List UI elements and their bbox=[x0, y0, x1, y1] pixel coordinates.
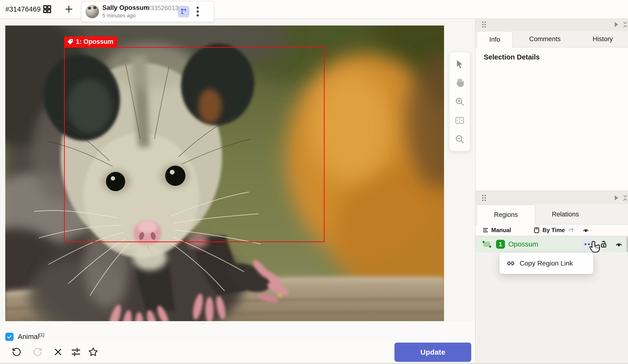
undo-button[interactable] bbox=[11, 346, 22, 358]
copy-region-link-item[interactable]: Copy Region Link bbox=[520, 260, 573, 267]
region-row[interactable]: 1 Opossum bbox=[475, 236, 628, 252]
top-bar: #31476469 Sally Opossum #33526013 5 minu… bbox=[0, 0, 628, 19]
zoom-out-icon bbox=[455, 134, 465, 144]
region-number-badge: 1 bbox=[496, 240, 505, 249]
region-context-menu: Copy Region Link bbox=[499, 253, 593, 274]
drag-handle-icon[interactable] bbox=[481, 194, 487, 202]
eye-icon bbox=[615, 241, 623, 248]
card-icon bbox=[533, 227, 540, 234]
bottom-toolbar: Update bbox=[0, 341, 475, 364]
region-type-icon bbox=[482, 240, 492, 248]
tab-regions[interactable]: Regions bbox=[476, 204, 535, 225]
right-panel: Info Comments History Selection Details bbox=[475, 18, 628, 364]
pan-tool-button[interactable] bbox=[453, 76, 466, 89]
image-canvas[interactable]: 1: Opossum bbox=[0, 18, 475, 364]
cursor-icon bbox=[455, 59, 465, 69]
toggle-all-visibility-button[interactable] bbox=[582, 227, 589, 233]
panel-expand-icon[interactable] bbox=[614, 195, 619, 201]
annotator-name: Sally Opossum bbox=[102, 4, 149, 11]
pointer-cursor bbox=[588, 240, 603, 256]
panel-collapse-icon[interactable] bbox=[623, 195, 628, 201]
annotation-menu-button[interactable] bbox=[193, 5, 203, 18]
group-by-label: Manual bbox=[491, 227, 511, 233]
star-button[interactable] bbox=[87, 346, 99, 358]
tab-info[interactable]: Info bbox=[476, 31, 513, 47]
hand-icon bbox=[455, 78, 465, 88]
redo-button[interactable] bbox=[32, 346, 43, 358]
list-icon bbox=[482, 227, 489, 233]
tab-history[interactable]: History bbox=[577, 31, 628, 47]
info-panel-header[interactable] bbox=[475, 18, 628, 31]
info-panel-tabs: Info Comments History bbox=[475, 31, 628, 47]
tab-comments[interactable]: Comments bbox=[513, 31, 577, 47]
zoom-out-button[interactable] bbox=[453, 133, 466, 146]
reset-button[interactable] bbox=[52, 346, 64, 358]
undo-icon bbox=[12, 347, 21, 357]
region-visibility-button[interactable] bbox=[615, 241, 623, 248]
class-hotkey: [1] bbox=[39, 332, 44, 337]
kebab-icon bbox=[196, 6, 199, 17]
panel-collapse-icon[interactable] bbox=[623, 21, 628, 28]
group-by-button[interactable]: Manual bbox=[482, 227, 511, 233]
annotation-time: 5 minutes ago bbox=[102, 12, 136, 19]
plus-icon bbox=[64, 4, 74, 14]
regions-toolbar: Manual By Time bbox=[475, 225, 628, 236]
class-checkbox[interactable] bbox=[5, 333, 13, 341]
region-links-icon bbox=[180, 8, 187, 15]
panel-expand-icon[interactable] bbox=[614, 22, 619, 27]
tag-icon bbox=[67, 38, 74, 45]
dot bbox=[585, 243, 586, 245]
grid-icon bbox=[42, 4, 52, 14]
redo-icon bbox=[33, 347, 42, 357]
annotation-id: #33526013 bbox=[147, 4, 178, 12]
star-icon bbox=[88, 347, 98, 357]
selection-details-heading: Selection Details bbox=[484, 53, 540, 61]
tool-palette bbox=[449, 52, 470, 151]
zoom-in-button[interactable] bbox=[453, 95, 466, 108]
select-tool-button[interactable] bbox=[453, 58, 466, 70]
avatar bbox=[85, 5, 99, 18]
close-icon bbox=[54, 347, 63, 357]
check-icon bbox=[6, 334, 12, 340]
sliders-icon bbox=[71, 347, 81, 357]
window-bottom-edge bbox=[0, 363, 628, 364]
regions-panel-tabs: Regions Relations bbox=[475, 204, 628, 225]
zoom-in-icon bbox=[455, 97, 465, 106]
settings-button[interactable] bbox=[70, 346, 82, 358]
drag-handle-icon[interactable] bbox=[481, 21, 487, 28]
region-label[interactable]: Opossum bbox=[508, 240, 538, 248]
class-label[interactable]: Animal[1] bbox=[18, 332, 44, 341]
fit-screen-icon bbox=[455, 116, 465, 125]
eye-icon bbox=[582, 227, 589, 233]
bounding-box-label-text: 1: Opossum bbox=[76, 38, 113, 46]
link-icon bbox=[506, 259, 515, 268]
sort-by-label: By Time bbox=[543, 227, 565, 233]
info-panel-content: Selection Details bbox=[475, 47, 628, 190]
annotation-tab[interactable]: Sally Opossum #33526013 5 minutes ago bbox=[81, 1, 214, 22]
regions-panel-header[interactable] bbox=[475, 191, 628, 204]
sort-by-button[interactable]: By Time bbox=[533, 227, 574, 234]
bounding-box[interactable] bbox=[64, 47, 325, 242]
bounding-box-label[interactable]: 1: Opossum bbox=[64, 36, 117, 47]
class-toggle-area: Animal[1] bbox=[0, 321, 475, 342]
annotation-app: #31476469 Sally Opossum #33526013 5 minu… bbox=[0, 0, 628, 364]
fit-to-screen-button[interactable] bbox=[453, 114, 466, 127]
task-id: #31476469 bbox=[5, 0, 41, 18]
grid-view-button[interactable] bbox=[41, 3, 53, 15]
linked-regions-button[interactable] bbox=[178, 6, 189, 17]
add-annotation-button[interactable] bbox=[63, 3, 75, 15]
scrollbar-thumb[interactable] bbox=[627, 237, 628, 252]
sort-ascending-icon bbox=[568, 227, 574, 233]
update-button[interactable]: Update bbox=[394, 343, 471, 362]
tab-relations[interactable]: Relations bbox=[535, 204, 596, 224]
